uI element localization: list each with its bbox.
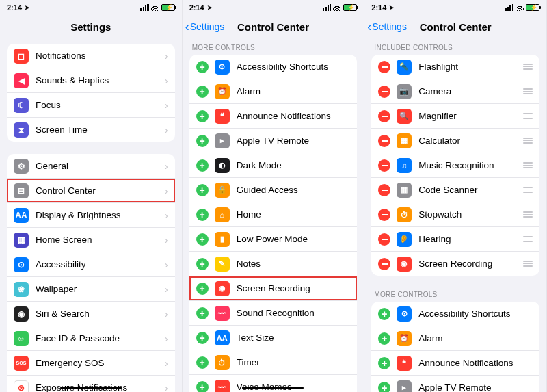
add-button[interactable]: + bbox=[378, 382, 390, 393]
control-row[interactable]: +▸Apple TV Remote bbox=[189, 129, 358, 153]
add-button[interactable]: + bbox=[196, 184, 209, 196]
remove-button[interactable] bbox=[378, 184, 390, 196]
row-label: Accessibility bbox=[36, 259, 165, 270]
add-button[interactable]: + bbox=[196, 61, 209, 73]
drag-handle-icon[interactable] bbox=[523, 261, 533, 267]
drag-handle-icon[interactable] bbox=[523, 162, 533, 168]
chevron-right-icon: › bbox=[165, 309, 168, 319]
add-button[interactable]: + bbox=[196, 381, 209, 393]
control-row[interactable]: +❝Announce Notifications bbox=[371, 351, 539, 376]
control-row[interactable]: +⊙Accessibility Shortcuts bbox=[371, 302, 539, 326]
drag-handle-icon[interactable] bbox=[523, 64, 533, 70]
control-row[interactable]: +⏰Alarm bbox=[371, 326, 539, 351]
settings-row[interactable]: ☺Face ID & Passcode› bbox=[7, 326, 175, 351]
settings-row[interactable]: ⊟Control Center› bbox=[7, 179, 175, 203]
row-label: Wallpaper bbox=[36, 284, 165, 294]
section-header-more: MORE CONTROLS bbox=[364, 283, 546, 302]
control-row[interactable]: +〰Sound Recognition bbox=[189, 301, 358, 326]
add-button[interactable]: + bbox=[196, 86, 209, 98]
add-button[interactable]: + bbox=[196, 258, 209, 270]
settings-row[interactable]: ◉Siri & Search› bbox=[7, 302, 175, 326]
add-button[interactable]: + bbox=[196, 110, 209, 122]
drag-handle-icon[interactable] bbox=[523, 187, 533, 193]
remove-button[interactable] bbox=[378, 135, 390, 147]
row-icon: 📷 bbox=[397, 84, 412, 99]
control-row[interactable]: ▦Calculator bbox=[371, 129, 539, 153]
control-row[interactable]: ◉Screen Recording bbox=[371, 252, 539, 276]
settings-row[interactable]: SOSEmergency SOS› bbox=[7, 351, 175, 376]
control-row[interactable]: +⏰Alarm bbox=[189, 79, 358, 104]
add-button[interactable]: + bbox=[378, 308, 390, 320]
control-row[interactable]: +▸Apple TV Remote bbox=[371, 376, 539, 392]
control-row[interactable]: ⏱Stopwatch bbox=[371, 202, 539, 227]
row-label: Calculator bbox=[418, 135, 519, 146]
control-row[interactable]: +❝Announce Notifications bbox=[189, 104, 358, 129]
control-row[interactable]: +▮Low Power Mode bbox=[189, 227, 358, 252]
control-row[interactable]: +✎Notes bbox=[189, 252, 358, 276]
row-label: Sound Recognition bbox=[237, 308, 351, 318]
drag-handle-icon[interactable] bbox=[523, 211, 533, 218]
control-row[interactable]: 👂Hearing bbox=[371, 227, 539, 252]
page-title: Settings bbox=[70, 21, 111, 33]
add-button[interactable]: + bbox=[196, 159, 209, 172]
drag-handle-icon[interactable] bbox=[523, 236, 533, 242]
home-indicator[interactable] bbox=[242, 387, 304, 389]
control-row[interactable]: +⊙Accessibility Shortcuts bbox=[189, 55, 358, 79]
add-button[interactable]: + bbox=[378, 332, 390, 345]
add-button[interactable]: + bbox=[196, 233, 209, 246]
back-button[interactable]: ‹ Settings bbox=[185, 21, 225, 33]
settings-row[interactable]: ⧗Screen Time› bbox=[7, 118, 175, 142]
control-row[interactable]: +◐Dark Mode bbox=[189, 153, 358, 178]
settings-row[interactable]: AADisplay & Brightness› bbox=[7, 203, 175, 228]
control-row[interactable]: 📷Camera bbox=[371, 79, 539, 104]
settings-scroll[interactable]: ◻Notifications›◀Sounds & Haptics›☾Focus›… bbox=[0, 40, 182, 392]
control-row[interactable]: +⌂Home bbox=[189, 202, 358, 227]
home-indicator[interactable] bbox=[60, 387, 122, 389]
settings-row[interactable]: ❀Wallpaper› bbox=[7, 277, 175, 302]
settings-row[interactable]: ◻Notifications› bbox=[7, 44, 175, 68]
remove-button[interactable] bbox=[378, 86, 390, 98]
panel-settings: 2:14 ➤ ⚡ Settings ◻Notifications›◀Sounds… bbox=[0, 0, 183, 392]
settings-row[interactable]: ⊙Accessibility› bbox=[7, 252, 175, 277]
control-row[interactable]: +〰Voice Memos bbox=[189, 375, 358, 392]
row-icon: 🔍 bbox=[397, 109, 412, 124]
drag-handle-icon[interactable] bbox=[523, 113, 533, 119]
location-icon: ➤ bbox=[25, 4, 30, 11]
add-button[interactable]: + bbox=[196, 307, 209, 319]
row-label: Display & Brightness bbox=[36, 210, 165, 220]
control-center-scroll[interactable]: INCLUDED CONTROLS 🔦Flashlight📷Camera🔍Mag… bbox=[364, 40, 546, 392]
row-icon: ⊙ bbox=[14, 257, 29, 272]
settings-row[interactable]: ⚙General› bbox=[7, 154, 175, 179]
remove-button[interactable] bbox=[378, 110, 390, 122]
control-row[interactable]: 🔍Magnifier bbox=[371, 104, 539, 129]
wifi-icon bbox=[516, 5, 524, 11]
remove-button[interactable] bbox=[378, 209, 390, 221]
control-row[interactable]: ▦Code Scanner bbox=[371, 178, 539, 202]
drag-handle-icon[interactable] bbox=[523, 138, 533, 144]
control-row[interactable]: +AAText Size bbox=[189, 326, 358, 350]
control-row[interactable]: ♫Music Recognition bbox=[371, 153, 539, 178]
remove-button[interactable] bbox=[378, 61, 390, 73]
remove-button[interactable] bbox=[378, 159, 390, 172]
add-button[interactable]: + bbox=[196, 356, 209, 369]
control-row[interactable]: 🔦Flashlight bbox=[371, 55, 539, 79]
drag-handle-icon[interactable] bbox=[523, 88, 533, 94]
add-button[interactable]: + bbox=[196, 332, 209, 344]
add-button[interactable]: + bbox=[196, 135, 209, 147]
add-button[interactable]: + bbox=[378, 357, 390, 369]
remove-button[interactable] bbox=[378, 258, 390, 270]
add-button[interactable]: + bbox=[196, 209, 209, 221]
control-center-scroll[interactable]: MORE CONTROLS +⊙Accessibility Shortcuts+… bbox=[183, 40, 364, 392]
row-icon: ❀ bbox=[14, 282, 29, 297]
settings-row[interactable]: ▦Home Screen› bbox=[7, 228, 175, 252]
control-row[interactable]: +⏱Timer bbox=[189, 350, 358, 375]
control-row[interactable]: +◉Screen Recording bbox=[189, 276, 358, 301]
settings-row[interactable]: ◀Sounds & Haptics› bbox=[7, 68, 175, 93]
control-row[interactable]: +🔒Guided Access bbox=[189, 178, 358, 202]
settings-row[interactable]: ☾Focus› bbox=[7, 93, 175, 118]
remove-button[interactable] bbox=[378, 233, 390, 246]
back-button[interactable]: ‹ Settings bbox=[367, 21, 407, 33]
settings-row[interactable]: ⊗Exposure Notifications› bbox=[7, 376, 175, 392]
status-time: 2:14 bbox=[7, 3, 22, 12]
add-button[interactable]: + bbox=[196, 283, 209, 295]
